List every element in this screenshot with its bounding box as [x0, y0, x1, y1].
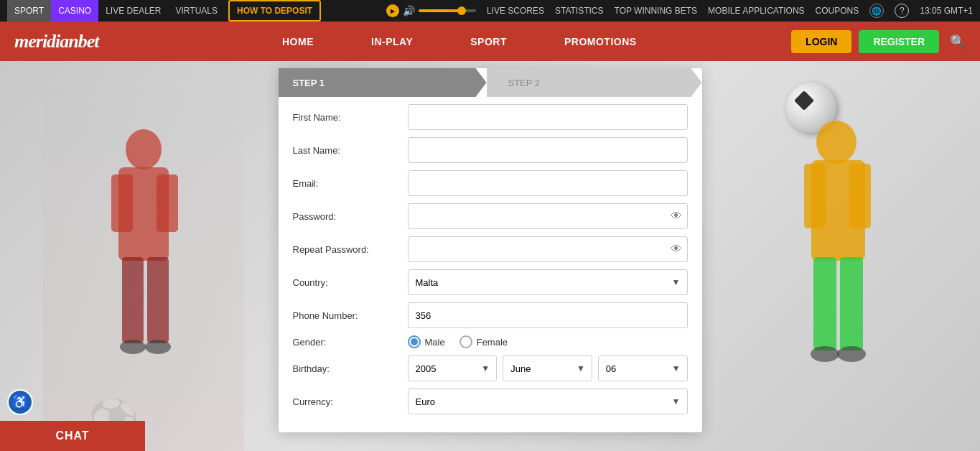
- password-input[interactable]: [408, 203, 688, 229]
- volume-slider[interactable]: [419, 9, 476, 12]
- phone-label: Phone Number:: [293, 310, 408, 321]
- top-winning-bets-link[interactable]: TOP WINNING BETS: [615, 6, 698, 16]
- nav-in-play[interactable]: IN-PLAY: [371, 36, 413, 47]
- time-display: 13:05 GMT+1: [920, 6, 973, 16]
- step-header: STEP 1 STEP 2: [279, 68, 702, 97]
- step-2-indicator[interactable]: STEP 2: [487, 68, 702, 97]
- first-name-row: First Name:: [293, 104, 688, 130]
- birthday-month-select[interactable]: January February March April May June Ju…: [503, 355, 592, 381]
- currency-label: Currency:: [293, 396, 408, 407]
- top-bar: SPORT CASINO LIVE DEALER VIRTUALS HOW TO…: [0, 0, 980, 22]
- currency-select[interactable]: Euro USD GBP: [408, 389, 688, 414]
- gender-female-radio[interactable]: [459, 335, 472, 348]
- birthday-year-wrapper: 2005 2004 2003 ▼: [408, 355, 498, 381]
- phone-row: Phone Number:: [293, 302, 688, 328]
- player-left: ⚽: [43, 70, 244, 451]
- country-select-wrapper: Malta United Kingdom Germany France ▼: [408, 269, 688, 295]
- gender-female-label: Female: [477, 337, 508, 348]
- logo[interactable]: meridianbet: [14, 31, 99, 52]
- gender-label: Gender:: [293, 337, 408, 348]
- birthday-day-select[interactable]: 06 01 02 03: [598, 355, 688, 381]
- birthday-month-wrapper: January February March April May June Ju…: [503, 355, 592, 381]
- accessibility-button[interactable]: ♿: [7, 389, 33, 415]
- svg-rect-3: [157, 175, 178, 232]
- gender-male-option[interactable]: Male: [408, 335, 445, 348]
- birthday-selects: 2005 2004 2003 ▼ January February March …: [408, 355, 688, 381]
- gender-male-radio[interactable]: [408, 335, 421, 348]
- password-label: Password:: [293, 211, 408, 222]
- country-select[interactable]: Malta United Kingdom Germany France: [408, 269, 688, 295]
- gender-row: Gender: Male Female: [293, 335, 688, 348]
- nav-live-dealer[interactable]: LIVE DEALER: [98, 0, 168, 22]
- coupons-link[interactable]: COUPONS: [816, 6, 859, 16]
- player-left-image: ⚽: [50, 92, 237, 451]
- email-row: Email:: [293, 170, 688, 196]
- svg-rect-13: [813, 257, 836, 350]
- country-row: Country: Malta United Kingdom Germany Fr…: [293, 269, 688, 295]
- country-label: Country:: [293, 277, 408, 288]
- repeat-password-label: Repeat Password:: [293, 244, 408, 255]
- play-button[interactable]: ▶: [386, 4, 399, 17]
- repeat-password-input[interactable]: [408, 236, 688, 262]
- nav-how-to-deposit[interactable]: HOW TO DEPOSIT: [228, 0, 321, 22]
- nav-casino[interactable]: CASINO: [51, 0, 98, 22]
- first-name-input[interactable]: [408, 104, 688, 130]
- password-row: Password: 👁: [293, 203, 688, 229]
- email-label: Email:: [293, 178, 408, 189]
- nav-sport[interactable]: SPORT: [7, 0, 51, 22]
- repeat-password-toggle-icon[interactable]: 👁: [671, 243, 682, 256]
- gender-male-label: Male: [425, 337, 445, 348]
- email-input[interactable]: [408, 170, 688, 196]
- step-1-indicator[interactable]: STEP 1: [279, 68, 487, 97]
- birthday-year-select[interactable]: 2005 2004 2003: [408, 355, 498, 381]
- svg-point-7: [145, 340, 171, 354]
- register-button[interactable]: REGISTER: [859, 30, 939, 53]
- last-name-input[interactable]: [408, 137, 688, 163]
- phone-input[interactable]: [408, 302, 688, 328]
- form-body: First Name: Last Name: Email: Password: …: [279, 97, 702, 432]
- password-toggle-icon[interactable]: 👁: [671, 210, 682, 223]
- main-nav-links: HOME IN-PLAY SPORT PROMOTIONS: [128, 36, 792, 47]
- svg-rect-12: [849, 164, 871, 228]
- currency-row: Currency: Euro USD GBP ▼: [293, 389, 688, 414]
- volume-control[interactable]: ▶ 🔊: [386, 4, 476, 17]
- svg-point-6: [120, 340, 146, 354]
- svg-point-9: [816, 121, 857, 164]
- player-right-image: [736, 70, 937, 444]
- main-nav-right: LOGIN REGISTER 🔍: [791, 30, 966, 53]
- nav-sport[interactable]: SPORT: [470, 36, 507, 47]
- svg-point-15: [811, 346, 839, 362]
- live-scores-link[interactable]: LIVE SCORES: [487, 6, 544, 16]
- currency-select-wrapper: Euro USD GBP ▼: [408, 389, 688, 414]
- svg-rect-11: [804, 164, 826, 228]
- player-right: [736, 70, 937, 451]
- nav-home[interactable]: HOME: [282, 36, 314, 47]
- repeat-password-row: Repeat Password: 👁: [293, 236, 688, 262]
- main-nav: meridianbet HOME IN-PLAY SPORT PROMOTION…: [0, 22, 980, 61]
- top-bar-right: ▶ 🔊 LIVE SCORES STATISTICS TOP WINNING B…: [386, 4, 973, 18]
- top-nav: SPORT CASINO LIVE DEALER VIRTUALS HOW TO…: [7, 0, 321, 22]
- gender-options: Male Female: [408, 335, 508, 348]
- birthday-day-wrapper: 06 01 02 03 ▼: [598, 355, 688, 381]
- sound-icon[interactable]: 🔊: [403, 5, 415, 17]
- nav-virtuals[interactable]: VIRTUALS: [169, 0, 225, 22]
- login-button[interactable]: LOGIN: [791, 30, 851, 53]
- svg-rect-14: [840, 257, 863, 350]
- svg-point-16: [837, 346, 866, 362]
- nav-promotions[interactable]: PROMOTIONS: [564, 36, 637, 47]
- help-icon[interactable]: ?: [895, 4, 909, 18]
- repeat-password-field-wrapper: 👁: [408, 236, 688, 262]
- volume-handle[interactable]: [457, 6, 466, 15]
- chat-button[interactable]: CHAT: [0, 421, 145, 451]
- svg-rect-5: [147, 257, 169, 343]
- last-name-label: Last Name:: [293, 145, 408, 156]
- search-icon[interactable]: 🔍: [950, 34, 966, 50]
- registration-form: STEP 1 STEP 2 First Name: Last Name: Ema…: [279, 68, 702, 432]
- gender-female-option[interactable]: Female: [459, 335, 508, 348]
- last-name-row: Last Name:: [293, 137, 688, 163]
- svg-rect-2: [111, 175, 133, 232]
- statistics-link[interactable]: STATISTICS: [555, 6, 604, 16]
- content-area: ⚽ STEP 1 STEP 2 First Name:: [0, 61, 980, 451]
- mobile-applications-link[interactable]: MOBILE APPLICATIONS: [708, 6, 804, 16]
- language-icon[interactable]: 🌐: [869, 4, 884, 18]
